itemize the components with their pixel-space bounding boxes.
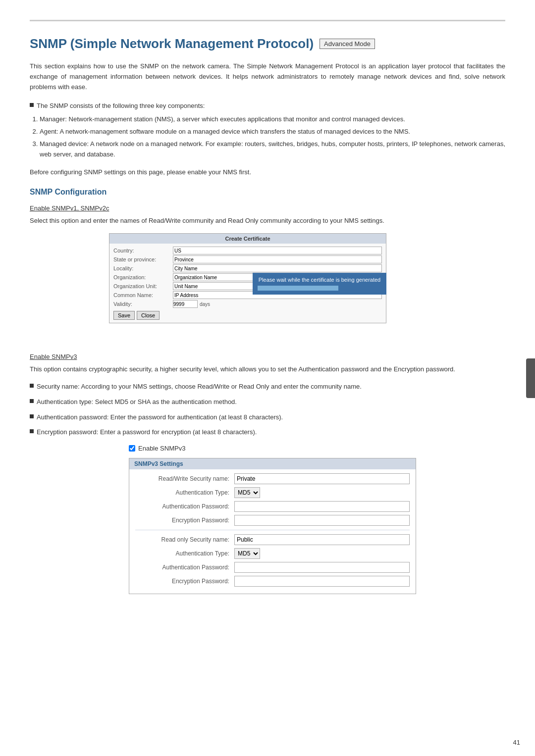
snmpv3-panel-title: SNMPv3 Settings (129, 458, 416, 469)
cert-label-locality: Locality: (113, 265, 173, 271)
snmpv3-bullet-text-2: Authentication type: Select MD5 or SHA a… (37, 397, 237, 407)
bullet-header-text: The SNMP consists of the following three… (37, 101, 205, 111)
rw-auth-password-row: Authentication Password: (135, 501, 410, 512)
rw-auth-type-label: Authentication Type: (135, 489, 234, 496)
cert-progress-bar (258, 286, 338, 291)
cert-label-org: Organization: (113, 274, 173, 280)
key-components-section: The SNMP consists of the following three… (30, 101, 505, 159)
advanced-mode-badge[interactable]: Advanced Mode (320, 39, 375, 49)
list-item: Manager: Network-management station (NMS… (40, 114, 505, 125)
cert-progress-area: Please wait while the certificate is bei… (253, 273, 386, 295)
cert-progress-text: Please wait while the certificate is bei… (258, 277, 381, 283)
ro-security-name-input[interactable] (234, 534, 410, 545)
cert-close-button[interactable]: Close (137, 311, 160, 320)
ro-auth-password-input[interactable] (234, 562, 410, 573)
bullet-square-icon (30, 103, 34, 107)
snmpv3-bullet-text-1: Security name: According to your NMS set… (37, 382, 362, 392)
list-item: Agent: A network-management software mod… (40, 127, 505, 137)
snmpv3-desc: This option contains cryptographic secur… (30, 364, 505, 375)
cert-row-validity: Validity: days (113, 300, 382, 308)
ro-auth-password-row: Authentication Password: (135, 562, 410, 573)
snmpv3-bullet-2: Authentication type: Select MD5 or SHA a… (30, 397, 505, 407)
rw-auth-type-select[interactable]: MD5 SHA (234, 487, 260, 498)
top-border (30, 20, 505, 21)
page-number: 41 (513, 739, 520, 746)
bullet-square-icon (30, 384, 34, 388)
snmpv3-bullet-text-3: Authentication password: Enter the passw… (37, 412, 283, 423)
cert-row-state: State or province: (113, 255, 382, 263)
ro-security-name-label: Read only Security name: (135, 536, 234, 543)
cert-label-org-unit: Organization Unit: (113, 283, 173, 289)
cert-label-state: State or province: (113, 256, 173, 262)
rw-enc-password-row: Encryption Password: (135, 515, 410, 526)
ro-enc-password-row: Encryption Password: (135, 576, 410, 587)
snmpv3-panel: SNMPv3 Settings Read/Write Security name… (129, 458, 416, 594)
cert-row-locality: Locality: (113, 264, 382, 272)
snmpv3-checkbox-row: Enable SNMPv3 (129, 445, 505, 452)
cert-label-validity: Validity: (113, 301, 173, 307)
tab-handle[interactable] (526, 358, 535, 398)
ro-auth-password-label: Authentication Password: (135, 564, 234, 571)
bullet-square-icon (30, 429, 34, 433)
snmpv3-checkbox[interactable] (129, 445, 135, 452)
ro-auth-type-select[interactable]: MD5 SHA (234, 548, 260, 559)
intro-paragraph: This section explains how to use the SNM… (30, 61, 505, 92)
snmpv3-bullets-section: Security name: According to your NMS set… (30, 382, 505, 438)
rw-auth-password-label: Authentication Password: (135, 503, 234, 510)
cert-buttons: Save Close (113, 311, 382, 320)
list-item: Managed device: A network node on a mana… (40, 139, 505, 160)
cert-row-country: Country: (113, 247, 382, 254)
snmpv3-separator (135, 530, 410, 530)
bullet-square-icon (30, 399, 34, 403)
ro-auth-type-label: Authentication Type: (135, 550, 234, 557)
before-config-text: Before configuring SNMP settings on this… (30, 168, 505, 176)
snmp-config-section: SNMP Configuration Enable SNMPv1, SNMPv2… (30, 188, 505, 594)
section-title: SNMP Configuration (30, 188, 505, 197)
snmpv3-bullet-4: Encryption password: Enter a password fo… (30, 427, 505, 438)
rw-enc-password-input[interactable] (234, 515, 410, 526)
rw-enc-password-label: Encryption Password: (135, 517, 234, 524)
cert-input-locality[interactable] (173, 264, 382, 272)
rw-auth-password-input[interactable] (234, 501, 410, 512)
page-title-text: SNMP (Simple Network Management Protocol… (30, 36, 314, 51)
rw-security-name-label: Read/Write Security name: (135, 475, 234, 482)
cert-validity-days: days (200, 302, 210, 307)
rw-auth-type-row: Authentication Type: MD5 SHA (135, 487, 410, 498)
cert-save-button[interactable]: Save (113, 311, 135, 320)
cert-dialog-title: Create Certificate (109, 234, 386, 244)
ro-enc-password-input[interactable] (234, 576, 410, 587)
rw-security-name-row: Read/Write Security name: (135, 473, 410, 484)
cert-label-country: Country: (113, 248, 173, 253)
bullet-header: The SNMP consists of the following three… (30, 101, 505, 111)
snmpv3-bullet-3: Authentication password: Enter the passw… (30, 412, 505, 423)
snmpv3-bullet-1: Security name: According to your NMS set… (30, 382, 505, 392)
ro-auth-type-row: Authentication Type: MD5 SHA (135, 548, 410, 559)
cert-input-country[interactable] (173, 247, 382, 254)
snmpv1-header: Enable SNMPv1, SNMPv2c (30, 204, 505, 212)
page-title: SNMP (Simple Network Management Protocol… (30, 36, 505, 51)
rw-security-name-input[interactable] (234, 473, 410, 484)
ro-security-name-row: Read only Security name: (135, 534, 410, 545)
snmpv3-header: Enable SNMPv3 (30, 353, 505, 360)
snmpv3-checkbox-label: Enable SNMPv3 (138, 445, 185, 452)
bullet-square-icon (30, 414, 34, 418)
snmpv3-panel-body: Read/Write Security name: Authentication… (129, 469, 416, 594)
components-list: Manager: Network-management station (NMS… (40, 114, 505, 159)
cert-input-validity[interactable] (173, 300, 198, 308)
snmpv3-bullet-text-4: Encryption password: Enter a password fo… (37, 427, 257, 438)
cert-label-common: Common Name: (113, 292, 173, 298)
snmpv1-desc: Select this option and enter the names o… (30, 216, 505, 226)
ro-enc-password-label: Encryption Password: (135, 578, 234, 585)
cert-input-state[interactable] (173, 255, 382, 263)
